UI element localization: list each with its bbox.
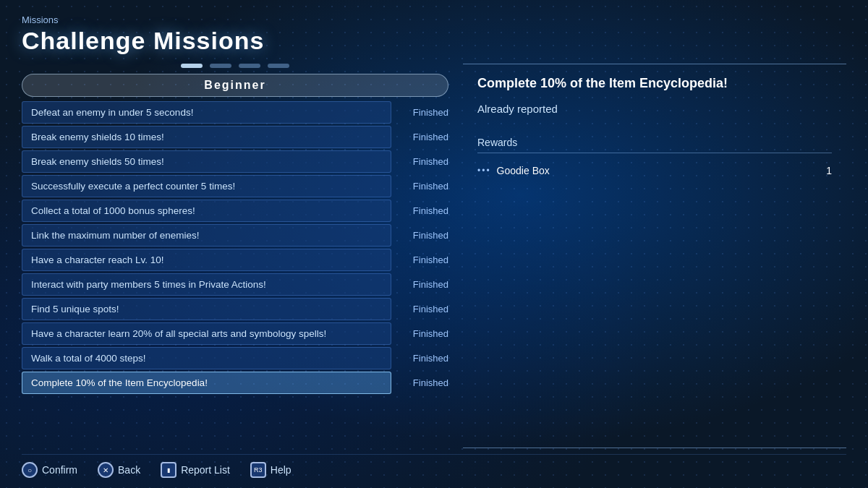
- mission-status: Finished: [394, 156, 448, 167]
- tab-dot-4: [268, 64, 289, 68]
- mission-status: Finished: [394, 205, 448, 216]
- table-row: Find 5 unique spots! Finished: [22, 298, 448, 320]
- table-row: Link the maximum number of enemies! Fini…: [22, 224, 448, 247]
- back-button[interactable]: ✕ Back: [98, 462, 140, 478]
- mission-item[interactable]: Have a character reach Lv. 10!: [22, 249, 391, 271]
- table-row: Break enemy shields 10 times! Finished: [22, 126, 448, 148]
- section-label: Missions: [22, 14, 846, 25]
- table-row: Collect a total of 1000 bonus spheres! F…: [22, 200, 448, 222]
- mission-status: Finished: [394, 353, 448, 364]
- report-list-button[interactable]: ▮ Report List: [161, 462, 230, 478]
- mission-item[interactable]: Have a character learn 20% of all specia…: [22, 322, 391, 345]
- mission-status: Finished: [394, 328, 448, 339]
- x-icon: ✕: [98, 462, 114, 478]
- header: Missions Challenge Missions: [22, 14, 846, 55]
- table-row: Break enemy shields 50 times! Finished: [22, 150, 448, 173]
- mission-item[interactable]: Collect a total of 1000 bonus spheres!: [22, 200, 391, 222]
- mission-status: Finished: [394, 230, 448, 241]
- tab-dot-1: [181, 64, 203, 68]
- mission-status: Finished: [394, 132, 448, 142]
- detail-title: Complete 10% of the Item Encyclopedia!: [477, 76, 832, 91]
- mission-item[interactable]: Break enemy shields 10 times!: [22, 126, 391, 148]
- reward-name: Goodie Box: [497, 165, 810, 176]
- detail-box: Complete 10% of the Item Encyclopedia! A…: [463, 64, 846, 448]
- reward-dots-icon: •••: [477, 166, 491, 176]
- mission-status: Finished: [394, 107, 448, 118]
- square-icon: ▮: [161, 462, 176, 478]
- mission-item[interactable]: Defeat an enemy in under 5 seconds!: [22, 101, 391, 124]
- mission-item[interactable]: Successfully execute a perfect counter 5…: [22, 175, 391, 197]
- tab-dots-row: [22, 64, 448, 68]
- tab-dot-3: [239, 64, 260, 68]
- mission-status: Finished: [394, 377, 448, 388]
- left-panel: Beginner Defeat an enemy in under 5 seco…: [22, 64, 448, 448]
- mission-list: Defeat an enemy in under 5 seconds! Fini…: [22, 101, 448, 448]
- detail-status: Already reported: [477, 103, 832, 115]
- confirm-label: Confirm: [42, 464, 77, 476]
- help-button[interactable]: R3 Help: [250, 462, 292, 478]
- mission-item[interactable]: Link the maximum number of enemies!: [22, 224, 391, 247]
- confirm-button[interactable]: ○ Confirm: [22, 462, 77, 478]
- circle-icon: ○: [22, 462, 38, 478]
- mission-item[interactable]: Find 5 unique spots!: [22, 298, 391, 320]
- mission-item[interactable]: Walk a total of 4000 steps!: [22, 347, 391, 369]
- page-title: Challenge Missions: [22, 27, 846, 55]
- selected-tab[interactable]: Beginner: [22, 74, 448, 97]
- footer: ○ Confirm ✕ Back ▮ Report List R3 Help: [22, 454, 846, 481]
- table-row: Have a character reach Lv. 10! Finished: [22, 249, 448, 271]
- tab-dot-2: [210, 64, 231, 68]
- table-row: Successfully execute a perfect counter 5…: [22, 175, 448, 197]
- r3-icon: R3: [250, 462, 266, 478]
- table-row: Interact with party members 5 times in P…: [22, 273, 448, 296]
- report-list-label: Report List: [181, 464, 230, 476]
- mission-item[interactable]: Break enemy shields 50 times!: [22, 150, 391, 173]
- reward-row: ••• Goodie Box 1: [477, 160, 832, 181]
- mission-item-selected[interactable]: Complete 10% of the Item Encyclopedia!: [22, 372, 391, 394]
- help-label: Help: [271, 464, 292, 476]
- main-content: Beginner Defeat an enemy in under 5 seco…: [22, 64, 846, 448]
- table-row: Walk a total of 4000 steps! Finished: [22, 347, 448, 369]
- rewards-label: Rewards: [477, 137, 832, 153]
- back-label: Back: [118, 464, 140, 476]
- reward-quantity: 1: [810, 165, 832, 176]
- mission-item[interactable]: Interact with party members 5 times in P…: [22, 273, 391, 296]
- mission-status: Finished: [394, 181, 448, 192]
- mission-status: Finished: [394, 279, 448, 290]
- main-container: Missions Challenge Missions Beginner Def…: [0, 0, 868, 488]
- table-row: Defeat an enemy in under 5 seconds! Fini…: [22, 101, 448, 124]
- table-row: Have a character learn 20% of all specia…: [22, 322, 448, 345]
- mission-status: Finished: [394, 254, 448, 265]
- mission-status: Finished: [394, 304, 448, 314]
- rewards-section: Rewards ••• Goodie Box 1: [477, 137, 832, 181]
- right-panel: Complete 10% of the Item Encyclopedia! A…: [463, 64, 846, 448]
- table-row: Complete 10% of the Item Encyclopedia! F…: [22, 372, 448, 394]
